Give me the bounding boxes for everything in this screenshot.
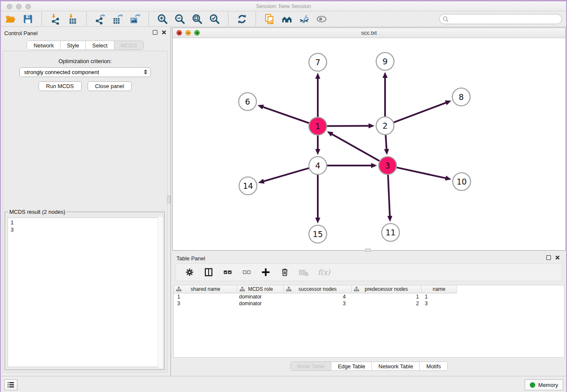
open-file-icon[interactable] xyxy=(5,14,16,25)
dropdown-stepper-icon xyxy=(144,69,147,75)
deselect-all-icon[interactable] xyxy=(242,267,252,277)
main-toolbar xyxy=(0,11,567,27)
zoom-in-icon[interactable] xyxy=(157,14,168,25)
apply-layout-icon[interactable] xyxy=(237,14,248,25)
column-header-predecessor-nodes[interactable]: predecessor nodes xyxy=(352,285,421,293)
mcds-result-text[interactable]: 1 3 xyxy=(8,218,162,367)
import-table-icon[interactable] xyxy=(67,14,78,25)
hide-graphics-details-icon[interactable] xyxy=(299,14,310,25)
table-row[interactable]: 1 dominator 4 1 1 xyxy=(174,293,564,300)
tab-edge-table[interactable]: Edge Table xyxy=(331,362,372,370)
tab-node-table[interactable]: Node Table xyxy=(291,362,332,370)
export-network-icon[interactable] xyxy=(95,14,106,25)
result-scrollbar[interactable] xyxy=(158,217,162,368)
tab-select[interactable]: Select xyxy=(86,41,114,50)
column-header-shared-name[interactable]: shared name xyxy=(174,285,237,293)
memory-button[interactable]: Memory xyxy=(525,379,563,390)
column-label: name xyxy=(432,286,445,292)
tab-style[interactable]: Style xyxy=(61,41,86,50)
graph-edge-1-6[interactable] xyxy=(262,107,309,123)
column-header-successor-nodes[interactable]: successor nodes xyxy=(284,285,352,293)
cell-mcds-role[interactable]: dominator xyxy=(237,300,284,307)
search-input[interactable] xyxy=(439,14,562,24)
graph-edge-arrowhead xyxy=(445,100,451,105)
show-columns-icon[interactable] xyxy=(204,267,214,277)
column-header-name[interactable]: name xyxy=(421,285,457,293)
hierarchy-icon xyxy=(176,287,182,292)
save-session-icon[interactable] xyxy=(22,14,33,25)
column-header-mcds-role[interactable]: MCDS role xyxy=(237,285,284,293)
import-network-icon[interactable] xyxy=(50,14,61,25)
column-label: MCDS role xyxy=(248,286,273,292)
graph-edge-arrowhead xyxy=(369,123,374,128)
run-mcds-button[interactable]: Run MCDS xyxy=(39,81,82,91)
graph-node-label: 6 xyxy=(245,97,250,106)
close-panel-button[interactable]: Close panel xyxy=(88,81,132,91)
graph-node-label: 14 xyxy=(243,181,253,190)
export-table-icon[interactable] xyxy=(112,14,123,25)
graph-edge-3-10[interactable] xyxy=(396,168,446,178)
graph-edge-arrowhead xyxy=(383,72,388,78)
table-settings-gear-icon[interactable] xyxy=(184,267,195,277)
cell-successor-nodes[interactable]: 3 xyxy=(284,300,352,307)
network-window-title: scc.txt xyxy=(173,30,565,36)
graph-edge-2-3[interactable] xyxy=(385,135,386,150)
horizontal-splitter-grip[interactable] xyxy=(365,248,371,252)
cell-shared-name[interactable]: 1 xyxy=(174,293,237,300)
search-container xyxy=(439,14,562,24)
tab-mcds[interactable]: MCDS xyxy=(114,41,143,50)
duplicate-network-icon[interactable] xyxy=(264,14,275,25)
window-edge-top xyxy=(0,0,567,1)
cell-predecessor-nodes[interactable]: 1 xyxy=(352,293,421,300)
graph-edge-1-2[interactable] xyxy=(327,126,369,126)
tab-network-table[interactable]: Network Table xyxy=(372,362,420,370)
graph-edge-4-14[interactable] xyxy=(263,168,309,182)
task-history-button[interactable] xyxy=(4,379,17,390)
delete-column-icon[interactable] xyxy=(280,267,290,277)
tab-motifs[interactable]: Motifs xyxy=(420,362,447,370)
table-header-row: shared name MCDS role successor nodes pr… xyxy=(174,285,564,293)
vertical-splitter-grip[interactable] xyxy=(167,196,171,203)
cell-name[interactable]: 1 xyxy=(421,293,457,300)
select-all-icon[interactable] xyxy=(223,267,233,277)
column-label: predecessor nodes xyxy=(365,286,408,292)
export-image-icon[interactable] xyxy=(129,14,140,25)
table-row[interactable]: 3 dominator 3 2 3 xyxy=(174,300,564,307)
graph-edge-arrowhead xyxy=(315,218,320,224)
graph-node-label: 1 xyxy=(315,121,320,131)
graph-edge-3-11[interactable] xyxy=(388,175,390,217)
control-panel-tabs: Network Style Select MCDS xyxy=(0,41,171,50)
table-panel: Table Panel xyxy=(172,252,566,376)
status-bar: Memory xyxy=(0,376,567,392)
tab-network[interactable]: Network xyxy=(27,41,61,50)
cell-successor-nodes[interactable]: 4 xyxy=(284,293,352,300)
cell-name[interactable]: 3 xyxy=(421,300,457,307)
graph-edge-3-1[interactable] xyxy=(331,134,380,161)
close-panel-icon[interactable] xyxy=(162,30,166,35)
mcds-result-title: MCDS result (2 nodes) xyxy=(8,209,66,215)
float-panel-icon[interactable] xyxy=(153,30,157,35)
cell-mcds-role[interactable]: dominator xyxy=(237,293,284,300)
show-graphics-details-icon[interactable] xyxy=(316,14,327,25)
add-column-icon[interactable] xyxy=(261,267,271,277)
first-neighbors-icon[interactable] xyxy=(281,14,292,25)
table-panel-header: Table Panel xyxy=(172,252,566,265)
float-panel-icon[interactable] xyxy=(546,255,551,260)
close-panel-icon[interactable] xyxy=(555,255,560,260)
hierarchy-icon xyxy=(354,287,359,292)
window-edge-left xyxy=(0,0,1,392)
fit-content-icon[interactable] xyxy=(192,14,203,25)
network-canvas[interactable]: 7968124314101511 xyxy=(173,38,565,250)
graph-node-label: 9 xyxy=(383,57,388,66)
table-tabs: Node Table Edge Table Network Table Moti… xyxy=(172,362,566,371)
toolbar-separator xyxy=(256,12,256,26)
graph-node-label: 10 xyxy=(457,177,467,186)
cell-predecessor-nodes[interactable]: 2 xyxy=(352,300,421,307)
cell-shared-name[interactable]: 3 xyxy=(174,300,237,307)
control-panel: Control Panel Network Style Select MCDS … xyxy=(0,27,171,376)
criterion-dropdown[interactable]: strongly connected component xyxy=(19,67,151,77)
zoom-selected-icon[interactable] xyxy=(209,14,220,25)
search-icon xyxy=(443,16,449,22)
zoom-out-icon[interactable] xyxy=(174,14,185,25)
graph-edge-2-8[interactable] xyxy=(394,102,447,122)
